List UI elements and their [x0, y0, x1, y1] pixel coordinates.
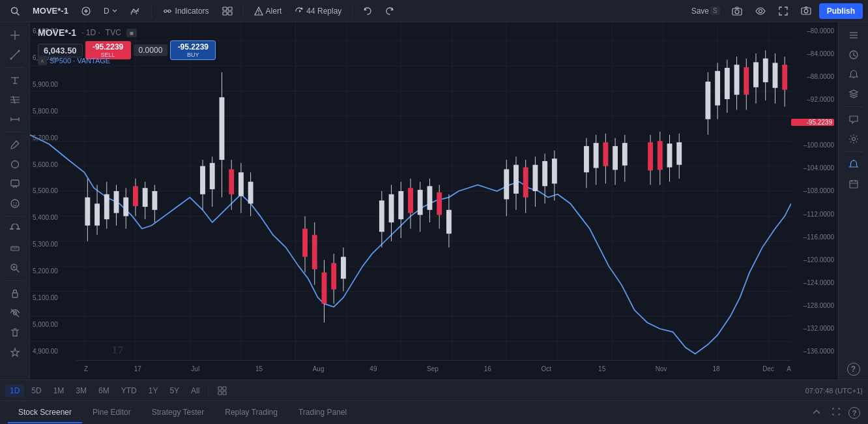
tf-1y-btn[interactable]: 1Y	[144, 384, 163, 397]
panel-help-btn[interactable]: ?	[848, 407, 860, 419]
replay-label: 44 Replay	[306, 7, 341, 16]
bottom-panel: Stock Screener Pine Editor Strategy Test…	[0, 401, 868, 424]
svg-rect-10	[223, 12, 227, 15]
panel-expand-btn[interactable]	[829, 404, 843, 421]
compare-button[interactable]	[125, 4, 146, 18]
alert-panel-btn[interactable]	[843, 65, 864, 83]
svg-point-42	[11, 200, 19, 207]
svg-marker-195	[850, 90, 858, 94]
tf-3m-btn[interactable]: 3M	[71, 384, 91, 397]
tab-replay-trading[interactable]: Replay Trading	[214, 402, 288, 423]
tf-ytd-btn[interactable]: YTD	[117, 384, 141, 397]
layouts-icon	[222, 7, 233, 16]
alert-button[interactable]: Alert	[249, 4, 287, 18]
shapes-tool[interactable]	[5, 155, 25, 174]
svg-rect-202	[218, 387, 222, 390]
add-symbol-button[interactable]	[76, 4, 96, 18]
overlay-collapse-btn[interactable]: ∧	[38, 56, 47, 65]
magnet-tool[interactable]	[5, 220, 25, 238]
hide-tool[interactable]	[5, 304, 25, 322]
svg-rect-140	[446, 210, 452, 234]
tab-pine-editor[interactable]: Pine Editor	[82, 402, 141, 423]
save-button[interactable]: Save S	[687, 4, 724, 18]
timeframe-selector[interactable]: D	[98, 4, 123, 18]
camera-button[interactable]	[727, 4, 747, 18]
fibonacci-tool[interactable]	[5, 91, 25, 109]
tf-1m-btn[interactable]: 1M	[49, 384, 69, 397]
brush-tool[interactable]	[5, 136, 25, 154]
layers-panel-btn[interactable]	[843, 85, 864, 103]
screenshot-button[interactable]	[796, 4, 817, 18]
settings-panel-btn[interactable]	[843, 130, 864, 148]
star-tool[interactable]	[5, 343, 25, 361]
price-right-7: –108.0000	[791, 187, 834, 194]
chat-panel-btn[interactable]	[843, 110, 864, 129]
fullscreen-button[interactable]	[774, 4, 793, 18]
panel-help-label: ?	[852, 409, 857, 417]
svg-rect-124	[341, 257, 346, 279]
layouts-button[interactable]	[217, 4, 238, 18]
undo-button[interactable]	[358, 4, 377, 18]
svg-rect-174	[715, 71, 720, 106]
emoji-tool[interactable]	[5, 194, 25, 213]
lock-tool[interactable]	[5, 284, 25, 303]
calendar-btn[interactable]	[843, 175, 864, 193]
redo-button[interactable]	[380, 4, 399, 18]
left-toolbar	[0, 22, 30, 380]
time-display: 07:07:48 (UTC+1)	[805, 387, 863, 395]
trash-tool[interactable]	[5, 324, 25, 342]
svg-rect-9	[228, 7, 232, 10]
tab-strategy-tester[interactable]: Strategy Tester	[141, 402, 214, 423]
price-right-4: –92.0000	[791, 96, 834, 103]
tf-6m-btn[interactable]: 6M	[94, 384, 114, 397]
layout-btn[interactable]	[212, 384, 232, 398]
svg-rect-55	[12, 293, 18, 297]
svg-rect-98	[133, 186, 138, 206]
tool-separator-2	[6, 132, 24, 132]
tf-all-btn[interactable]: All	[186, 384, 204, 397]
tab-stock-screener[interactable]: Stock Screener	[8, 402, 82, 423]
time-panel-btn[interactable]	[843, 46, 864, 64]
search-button[interactable]	[5, 4, 25, 18]
alert-ring-btn[interactable]	[843, 155, 864, 174]
replay-button[interactable]: 44 Replay	[289, 4, 347, 18]
svg-rect-146	[523, 168, 528, 198]
svg-rect-134	[418, 190, 423, 215]
svg-line-27	[11, 51, 19, 59]
svg-rect-114	[248, 182, 253, 204]
publish-button[interactable]: Publish	[819, 3, 863, 19]
svg-point-197	[853, 160, 854, 161]
svg-rect-94	[114, 191, 119, 213]
tab-trading-panel[interactable]: Trading Panel	[288, 402, 357, 423]
draw-line-tool[interactable]	[5, 46, 25, 64]
tf-5d-btn[interactable]: 5D	[27, 384, 46, 397]
buy-label: BUY	[187, 52, 199, 58]
price-right-6: –104.0000	[791, 164, 834, 172]
zoom-tool[interactable]	[5, 259, 25, 277]
svg-rect-148	[532, 165, 538, 191]
price-right-1: –80.0000	[791, 27, 834, 35]
measurement-tool[interactable]	[5, 110, 25, 129]
symbol-name: MOVE*-1	[33, 6, 68, 16]
neutral-price-box: 0.0000	[134, 44, 168, 56]
indicators-button[interactable]: Indicators	[157, 4, 214, 18]
panel-collapse-btn[interactable]	[809, 404, 824, 421]
svg-rect-162	[622, 143, 628, 166]
watchlist-button[interactable]	[750, 4, 771, 18]
help-label: ?	[851, 365, 856, 374]
bottom-timeframe-toolbar: 1D 5D 1M 3M 6M YTD 1Y 5Y All 07:07:48 (U…	[0, 380, 868, 401]
watchlist-panel-btn[interactable]	[843, 26, 864, 44]
redo-icon	[385, 7, 394, 16]
tf-1d-btn[interactable]: 1D	[5, 384, 24, 397]
help-btn[interactable]: ?	[847, 363, 860, 376]
svg-rect-198	[850, 181, 858, 188]
tf-5y-btn[interactable]: 5Y	[165, 384, 184, 397]
svg-rect-182	[753, 62, 759, 87]
ruler-tool[interactable]	[5, 239, 25, 258]
current-price-box: 6,043.50	[38, 44, 83, 57]
svg-point-6	[164, 10, 167, 12]
crosshair-tool[interactable]	[5, 26, 25, 44]
text-tool[interactable]	[5, 71, 25, 89]
symbol-selector[interactable]: MOVE*-1	[27, 3, 74, 18]
annotation-tool[interactable]	[5, 175, 25, 193]
